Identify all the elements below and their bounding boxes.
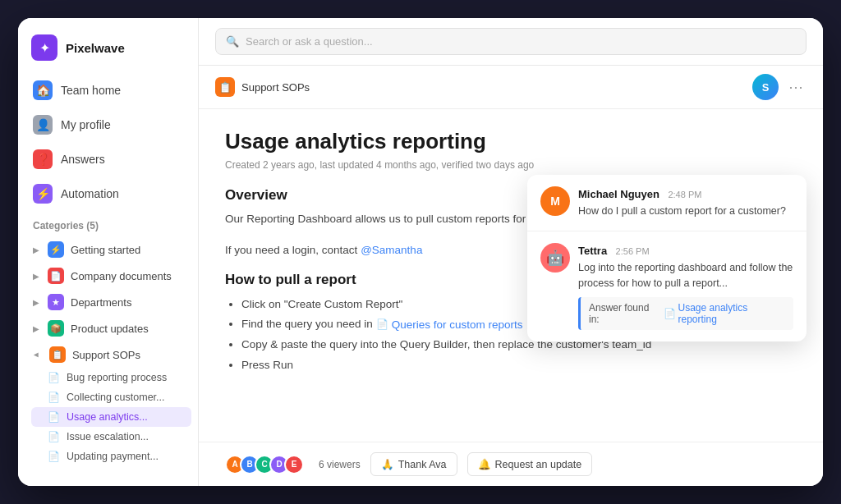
content-header: 📋 Support SOPs S ⋯ (199, 66, 823, 109)
viewer-avatar-5: E (284, 455, 304, 474)
article-title: Usage analytics reporting (225, 129, 797, 154)
chat-text-2: Log into the reporting dashboard and fol… (578, 260, 793, 291)
doc-icon-usage: 📄 (48, 411, 60, 423)
sub-item-label-bug-reporting: Bug reporting process (67, 372, 167, 383)
sub-items-container: 📄 Bug reporting process 📄 Collecting cus… (25, 368, 198, 466)
category-label-support-sops: Support SOPs (72, 349, 140, 361)
chevron-icon: ▶ (33, 245, 39, 254)
category-product-updates[interactable]: ▶ 📦 Product updates (25, 315, 191, 341)
chat-time-1: 2:48 PM (668, 190, 701, 199)
chat-text-1: How do I pull a custom report for a cust… (578, 204, 793, 219)
category-departments[interactable]: ▶ ★ Departments (25, 289, 191, 315)
chat-sender-name-2: Tettra (578, 245, 607, 257)
search-placeholder: Search or ask a question... (246, 35, 373, 48)
sub-item-label-updating-payment: Updating payment... (67, 451, 159, 462)
topbar: 🔍 Search or ask a question... (199, 18, 823, 66)
category-label-product-updates: Product updates (71, 323, 149, 335)
ref-doc-icon: 📄 (664, 308, 676, 319)
chevron-icon-5: ▼ (32, 351, 41, 359)
sub-item-collecting-customer[interactable]: 📄 Collecting customer... (31, 387, 191, 407)
categories-header: Categories (5) (18, 210, 198, 236)
brand-area: ✦ Pixelwave (18, 31, 198, 74)
thank-icon: 🙏 (381, 458, 394, 470)
chat-avatar-tettra: 🤖 (540, 243, 570, 273)
chevron-icon-4: ▶ (33, 324, 39, 333)
chat-popup: M Michael Nguyen 2:48 PM How do I pull a… (527, 175, 807, 341)
doc-icon-payment: 📄 (48, 451, 60, 462)
sidebar-item-answers[interactable]: ❓ Answers (25, 143, 191, 176)
sub-item-label-collecting-customer: Collecting customer... (67, 392, 165, 403)
sidebar-item-label-answers: Answers (61, 153, 105, 166)
breadcrumb-icon: 📋 (215, 77, 235, 97)
chevron-icon-3: ▶ (33, 298, 39, 307)
home-icon: 🏠 (33, 80, 53, 100)
viewer-avatars: A B C D E (225, 455, 299, 474)
chat-sender-name-1: Michael Nguyen (578, 188, 659, 200)
sub-item-bug-reporting[interactable]: 📄 Bug reporting process (31, 368, 191, 387)
doc-icon-issue: 📄 (48, 431, 60, 442)
sub-item-usage-analytics[interactable]: 📄 Usage analytics... (31, 407, 191, 427)
search-icon: 🔍 (226, 35, 239, 48)
viewers-count: 6 viewers (319, 459, 361, 470)
category-support-sops[interactable]: ▼ 📋 Support SOPs (25, 341, 191, 368)
queries-link[interactable]: 📄 Queries for custom reports (376, 315, 523, 335)
chat-time-2: 2:56 PM (616, 246, 650, 256)
app-container: ✦ Pixelwave 🏠 Team home 👤 My profile ❓ A… (18, 18, 823, 486)
doc-inline-icon: 📄 (376, 316, 388, 334)
chat-body-1: Michael Nguyen 2:48 PM How do I pull a c… (578, 186, 793, 219)
category-label-company-docs: Company documents (71, 270, 172, 282)
category-getting-started[interactable]: ▶ ⚡ Getting started (25, 236, 191, 263)
category-company-docs[interactable]: ▶ 📄 Company documents (25, 263, 191, 289)
article-meta: Created 2 years ago, last updated 4 mont… (225, 159, 797, 171)
chat-body-2: Tettra 2:56 PM Log into the reporting da… (578, 243, 793, 331)
cat-icon-departments: ★ (48, 294, 64, 310)
cat-icon-product-updates: 📦 (48, 320, 64, 337)
header-actions: S ⋯ (752, 74, 807, 100)
cat-icon-support-sops: 📋 (49, 346, 66, 363)
breadcrumb-text: Support SOPs (241, 81, 310, 94)
sidebar-nav: 🏠 Team home 👤 My profile ❓ Answers ⚡ Aut… (18, 74, 198, 210)
article-area: Usage analytics reporting Created 2 year… (199, 109, 823, 442)
answer-link[interactable]: 📄 Usage analytics reporting (664, 302, 785, 325)
automation-icon: ⚡ (33, 184, 53, 204)
answers-icon: ❓ (33, 149, 53, 169)
sidebar-item-team-home[interactable]: 🏠 Team home (25, 74, 191, 107)
category-label-getting-started: Getting started (71, 244, 140, 256)
search-bar[interactable]: 🔍 Search or ask a question... (215, 28, 807, 55)
sidebar: ✦ Pixelwave 🏠 Team home 👤 My profile ❓ A… (18, 18, 199, 486)
breadcrumb: 📋 Support SOPs (215, 77, 310, 97)
sub-item-label-usage-analytics: Usage analytics... (67, 411, 148, 423)
sub-item-label-issue-escalation: Issue escalation... (67, 431, 149, 442)
thank-ava-button[interactable]: 🙏 Thank Ava (370, 452, 457, 476)
answer-reference: Answer found in: 📄 Usage analytics repor… (578, 297, 793, 330)
doc-icon-bug: 📄 (48, 372, 60, 383)
category-label-departments: Departments (71, 296, 131, 309)
update-icon: 🔔 (478, 458, 491, 470)
brand-name: Pixelwave (66, 41, 125, 55)
chat-message-2: 🤖 Tettra 2:56 PM Log into the reporting … (527, 231, 807, 342)
more-options-button[interactable]: ⋯ (785, 75, 807, 99)
cat-icon-company-docs: 📄 (48, 268, 64, 284)
sidebar-item-label-team-home: Team home (61, 84, 121, 97)
chevron-icon-2: ▶ (33, 272, 39, 281)
avatar: S (752, 74, 779, 100)
cat-icon-getting-started: ⚡ (48, 241, 64, 258)
sub-item-issue-escalation[interactable]: 📄 Issue escalation... (31, 427, 191, 447)
request-update-button[interactable]: 🔔 Request an update (467, 452, 593, 476)
step-4: Press Run (241, 355, 797, 375)
profile-icon: 👤 (33, 115, 53, 135)
sidebar-item-my-profile[interactable]: 👤 My profile (25, 108, 191, 141)
main-content: 🔍 Search or ask a question... 📋 Support … (199, 18, 823, 486)
sidebar-item-label-automation: Automation (61, 187, 119, 200)
overview-text: Our Reporting Dashboard allows us to pul… (225, 213, 545, 225)
chat-message-1: M Michael Nguyen 2:48 PM How do I pull a… (527, 175, 807, 231)
samantha-mention-link[interactable]: @Samantha (361, 244, 422, 256)
brand-icon: ✦ (31, 34, 57, 61)
chat-avatar-michael: M (540, 186, 570, 216)
article-footer: A B C D E 6 viewers 🙏 Thank Ava 🔔 Reques… (199, 442, 823, 486)
sidebar-item-label-my-profile: My profile (61, 118, 111, 131)
sidebar-item-automation[interactable]: ⚡ Automation (25, 177, 191, 210)
sub-item-updating-payment[interactable]: 📄 Updating payment... (31, 447, 191, 466)
doc-icon-collecting: 📄 (48, 392, 60, 403)
answer-prefix: Answer found in: (589, 302, 660, 325)
